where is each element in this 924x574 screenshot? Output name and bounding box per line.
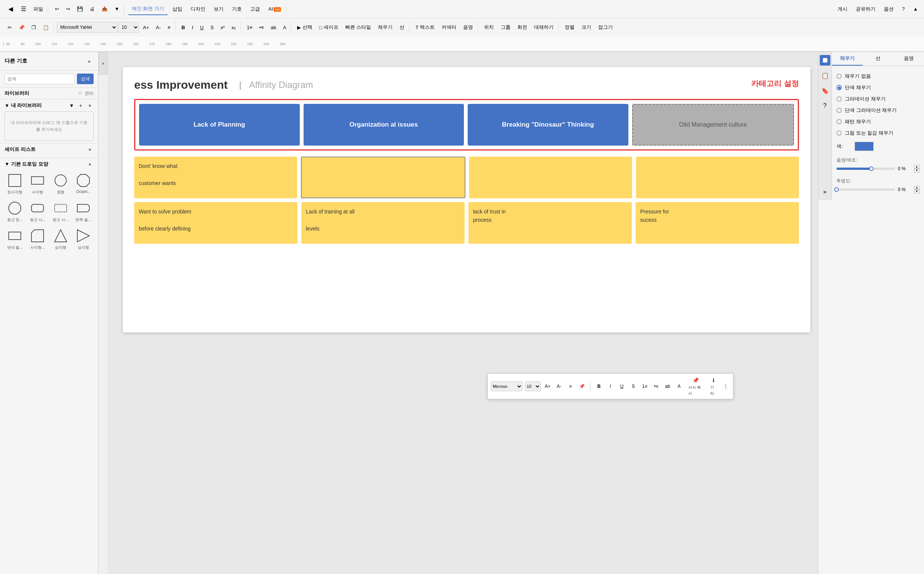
shape-tool-button[interactable]: □ 세이프 [316, 21, 341, 33]
shape-item-rounded2[interactable]: 둥근 사... [50, 199, 71, 224]
library-bookmark-icon[interactable]: ☆ [78, 90, 82, 97]
float-font-decrease-button[interactable]: A- [554, 382, 564, 391]
float-strikethrough-button[interactable]: S [629, 382, 638, 391]
panel-collapse-icon[interactable]: » [820, 186, 830, 197]
my-library-add-button[interactable]: + [77, 102, 85, 109]
text-tool-button[interactable]: T 텍스트 [412, 21, 438, 33]
line-button[interactable]: 선 [397, 21, 408, 33]
cut-button[interactable]: ✂ [5, 21, 15, 33]
numbered-list-button[interactable]: 1≡ [244, 21, 255, 33]
sticky-note-2-1[interactable]: Want to solve problembefore clearly defi… [134, 202, 298, 244]
save-button[interactable]: 💾 [74, 3, 86, 15]
file-menu-button[interactable]: 파일 [30, 3, 46, 15]
shape-item-square[interactable]: 정사각형 [5, 171, 25, 196]
my-library-expand-button[interactable]: ▼ [68, 102, 76, 109]
bold-button[interactable]: B [178, 21, 188, 33]
float-other-button[interactable]: ℹ 기타 [708, 375, 720, 397]
sticky-note-2-4[interactable]: Pressure forsucess [636, 202, 799, 244]
search-button[interactable]: 검색 [77, 74, 94, 84]
category-card-2[interactable]: Organization al issues [304, 104, 464, 145]
category-card-1[interactable]: Lack of Planning [139, 104, 300, 145]
group-button[interactable]: 그룹 [497, 21, 513, 33]
tab-line[interactable]: 선 [863, 52, 893, 66]
float-underline-button[interactable]: U [617, 382, 626, 391]
float-copy-format-button[interactable]: 📌 서식 복사 [686, 375, 706, 397]
publish-button[interactable]: 게시 [834, 3, 850, 15]
opacity-shade-up-button[interactable]: ▲ [914, 165, 919, 169]
float-font-select[interactable]: Microso [491, 382, 523, 391]
redo-button[interactable]: ↪ [63, 3, 73, 15]
replace-button[interactable]: 대체하기 [531, 21, 557, 33]
basic-shapes-close-button[interactable]: × [86, 160, 94, 168]
underline-button[interactable]: U [197, 21, 206, 33]
fill-option-pattern[interactable]: 패턴 채우기 [836, 116, 919, 128]
float-size-select[interactable]: 10 [525, 382, 541, 391]
symbol-menu-button[interactable]: 기호 [228, 3, 246, 15]
category-card-4[interactable]: Oild Management culture [632, 104, 794, 145]
design-menu-button[interactable]: 디자인 [187, 3, 209, 15]
fill-option-gradient[interactable]: 그라데이션 채우기 [836, 93, 919, 105]
ai-menu-button[interactable]: AIhot [264, 3, 285, 15]
quick-style-button[interactable]: 빠른 스타일 [342, 21, 375, 33]
shape-item-opposite-round[interactable]: 반대 필... [5, 226, 25, 252]
insert-menu-button[interactable]: 삽입 [168, 3, 186, 15]
export-dropdown-button[interactable]: ▼ [112, 3, 123, 15]
opacity-shade-slider-track[interactable] [836, 167, 895, 170]
nav-back-button[interactable]: ◀ [5, 3, 17, 15]
pin-button[interactable]: 📌 [16, 21, 28, 33]
float-font-increase-button[interactable]: A+ [543, 382, 552, 391]
advanced-menu-button[interactable]: 고급 [246, 3, 264, 15]
italic-button[interactable]: I [189, 21, 196, 33]
rotate-button[interactable]: 회전 [514, 21, 530, 33]
fill-option-texture[interactable]: 그림 또는 질감 채우기 [836, 128, 919, 139]
shape-item-octagon[interactable]: Octant... [73, 171, 94, 196]
sticky-note-1-3[interactable] [469, 156, 632, 198]
float-font-color-button[interactable]: A [675, 382, 684, 391]
print-button[interactable]: 🖨 [87, 3, 98, 15]
select-tool-button[interactable]: ▶ 선택 [294, 21, 315, 33]
bullet-list-button[interactable]: •≡ [256, 21, 267, 33]
position-button[interactable]: 위치 [481, 21, 497, 33]
menu-icon-button[interactable]: ☰ [17, 3, 30, 15]
sticky-note-2-2[interactable]: Lack of training at alllevels [301, 202, 464, 244]
float-ab-button[interactable]: ab [663, 382, 672, 391]
ab-button[interactable]: ab [268, 21, 279, 33]
library-manage-button[interactable]: 관리 [85, 90, 94, 97]
my-library-close-button[interactable]: × [86, 102, 94, 109]
undo-button[interactable]: ↩ [52, 3, 62, 15]
panel-icon-3[interactable]: 🔖 [820, 85, 830, 96]
float-bold-button[interactable]: B [594, 382, 603, 391]
size-button[interactable]: 크기 [578, 21, 594, 33]
shadow-button[interactable]: 음영 [460, 21, 476, 33]
panel-icon-4[interactable]: ? [820, 101, 830, 111]
transparency-slider-track[interactable] [836, 188, 895, 191]
font-size-select[interactable]: 10 [118, 22, 139, 33]
shape-item-triangle1[interactable]: 삼각형 [50, 226, 71, 252]
align-layout-button[interactable]: 정렬 [562, 21, 578, 33]
sticky-note-1-2-editing[interactable]: Microso 10 A+ A- ≡ 📌 B I [301, 156, 465, 198]
font-decrease-button[interactable]: A- [153, 21, 164, 33]
float-align-button[interactable]: ≡ [566, 382, 575, 391]
float-bullet-list-button[interactable]: •≡ [652, 382, 661, 391]
shape-item-rounded-full[interactable]: 둥근 정... [5, 199, 25, 224]
export-button[interactable]: 📤 [99, 3, 111, 15]
shape-item-rect[interactable]: 사각형 [27, 171, 48, 196]
copy-button[interactable]: ❐ [28, 21, 39, 33]
search-input[interactable] [5, 74, 75, 84]
panel-icon-2[interactable]: 📋 [820, 70, 830, 81]
sidebar-collapse-button[interactable]: « [85, 55, 94, 67]
sticky-note-1-4[interactable] [636, 156, 799, 198]
settings-button[interactable]: 옵션 [881, 3, 897, 15]
shape-list-close-button[interactable]: × [86, 145, 94, 153]
align-button[interactable]: ≡ [164, 21, 173, 33]
superscript-button[interactable]: x² [217, 21, 228, 33]
tab-fill[interactable]: 채우기 [832, 52, 863, 66]
font-increase-button[interactable]: A+ [140, 21, 152, 33]
float-num-list-button[interactable]: 1≡ [640, 382, 649, 391]
share-button[interactable]: 공유하기 [853, 3, 878, 15]
float-italic-button[interactable]: I [606, 382, 615, 391]
fill-color-box[interactable] [855, 142, 874, 151]
font-name-select[interactable]: Microsoft YaHei [57, 22, 118, 33]
category-card-3[interactable]: Breaking "Dinosaur" Thinking [468, 104, 628, 145]
transparency-up-button[interactable]: ▲ [914, 186, 919, 189]
